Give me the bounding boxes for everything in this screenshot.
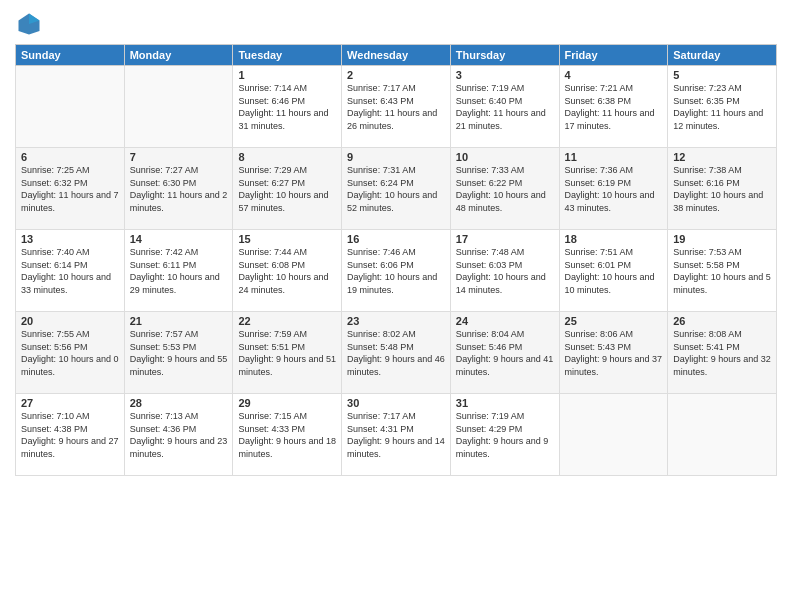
week-row-4: 20Sunrise: 7:55 AM Sunset: 5:56 PM Dayli… bbox=[16, 312, 777, 394]
day-cell: 9Sunrise: 7:31 AM Sunset: 6:24 PM Daylig… bbox=[342, 148, 451, 230]
day-number: 23 bbox=[347, 315, 445, 327]
day-cell bbox=[16, 66, 125, 148]
day-content: Sunrise: 7:13 AM Sunset: 4:36 PM Dayligh… bbox=[130, 410, 228, 460]
day-cell: 28Sunrise: 7:13 AM Sunset: 4:36 PM Dayli… bbox=[124, 394, 233, 476]
day-number: 10 bbox=[456, 151, 554, 163]
day-cell: 7Sunrise: 7:27 AM Sunset: 6:30 PM Daylig… bbox=[124, 148, 233, 230]
week-row-5: 27Sunrise: 7:10 AM Sunset: 4:38 PM Dayli… bbox=[16, 394, 777, 476]
day-content: Sunrise: 7:15 AM Sunset: 4:33 PM Dayligh… bbox=[238, 410, 336, 460]
logo bbox=[15, 10, 47, 38]
day-cell: 30Sunrise: 7:17 AM Sunset: 4:31 PM Dayli… bbox=[342, 394, 451, 476]
day-number: 4 bbox=[565, 69, 663, 81]
day-content: Sunrise: 7:57 AM Sunset: 5:53 PM Dayligh… bbox=[130, 328, 228, 378]
day-cell: 11Sunrise: 7:36 AM Sunset: 6:19 PM Dayli… bbox=[559, 148, 668, 230]
day-number: 30 bbox=[347, 397, 445, 409]
day-content: Sunrise: 7:10 AM Sunset: 4:38 PM Dayligh… bbox=[21, 410, 119, 460]
day-content: Sunrise: 7:55 AM Sunset: 5:56 PM Dayligh… bbox=[21, 328, 119, 378]
header-friday: Friday bbox=[559, 45, 668, 66]
day-number: 11 bbox=[565, 151, 663, 163]
day-number: 8 bbox=[238, 151, 336, 163]
day-cell: 13Sunrise: 7:40 AM Sunset: 6:14 PM Dayli… bbox=[16, 230, 125, 312]
day-number: 13 bbox=[21, 233, 119, 245]
day-number: 24 bbox=[456, 315, 554, 327]
day-content: Sunrise: 7:21 AM Sunset: 6:38 PM Dayligh… bbox=[565, 82, 663, 132]
day-cell: 29Sunrise: 7:15 AM Sunset: 4:33 PM Dayli… bbox=[233, 394, 342, 476]
day-number: 29 bbox=[238, 397, 336, 409]
day-content: Sunrise: 7:23 AM Sunset: 6:35 PM Dayligh… bbox=[673, 82, 771, 132]
day-cell: 26Sunrise: 8:08 AM Sunset: 5:41 PM Dayli… bbox=[668, 312, 777, 394]
day-content: Sunrise: 7:42 AM Sunset: 6:11 PM Dayligh… bbox=[130, 246, 228, 296]
header-saturday: Saturday bbox=[668, 45, 777, 66]
day-content: Sunrise: 7:27 AM Sunset: 6:30 PM Dayligh… bbox=[130, 164, 228, 214]
calendar-body: 1Sunrise: 7:14 AM Sunset: 6:46 PM Daylig… bbox=[16, 66, 777, 476]
day-content: Sunrise: 7:14 AM Sunset: 6:46 PM Dayligh… bbox=[238, 82, 336, 132]
day-number: 21 bbox=[130, 315, 228, 327]
day-number: 31 bbox=[456, 397, 554, 409]
day-content: Sunrise: 7:31 AM Sunset: 6:24 PM Dayligh… bbox=[347, 164, 445, 214]
day-content: Sunrise: 7:19 AM Sunset: 6:40 PM Dayligh… bbox=[456, 82, 554, 132]
day-content: Sunrise: 7:46 AM Sunset: 6:06 PM Dayligh… bbox=[347, 246, 445, 296]
day-cell: 24Sunrise: 8:04 AM Sunset: 5:46 PM Dayli… bbox=[450, 312, 559, 394]
day-cell: 21Sunrise: 7:57 AM Sunset: 5:53 PM Dayli… bbox=[124, 312, 233, 394]
day-content: Sunrise: 8:04 AM Sunset: 5:46 PM Dayligh… bbox=[456, 328, 554, 378]
day-content: Sunrise: 7:59 AM Sunset: 5:51 PM Dayligh… bbox=[238, 328, 336, 378]
day-content: Sunrise: 7:51 AM Sunset: 6:01 PM Dayligh… bbox=[565, 246, 663, 296]
day-number: 26 bbox=[673, 315, 771, 327]
day-number: 2 bbox=[347, 69, 445, 81]
day-number: 28 bbox=[130, 397, 228, 409]
day-number: 15 bbox=[238, 233, 336, 245]
day-number: 19 bbox=[673, 233, 771, 245]
day-number: 14 bbox=[130, 233, 228, 245]
day-content: Sunrise: 8:06 AM Sunset: 5:43 PM Dayligh… bbox=[565, 328, 663, 378]
day-cell: 14Sunrise: 7:42 AM Sunset: 6:11 PM Dayli… bbox=[124, 230, 233, 312]
day-number: 7 bbox=[130, 151, 228, 163]
header-row: SundayMondayTuesdayWednesdayThursdayFrid… bbox=[16, 45, 777, 66]
day-cell: 6Sunrise: 7:25 AM Sunset: 6:32 PM Daylig… bbox=[16, 148, 125, 230]
day-content: Sunrise: 7:38 AM Sunset: 6:16 PM Dayligh… bbox=[673, 164, 771, 214]
day-content: Sunrise: 7:29 AM Sunset: 6:27 PM Dayligh… bbox=[238, 164, 336, 214]
day-cell: 1Sunrise: 7:14 AM Sunset: 6:46 PM Daylig… bbox=[233, 66, 342, 148]
day-content: Sunrise: 7:17 AM Sunset: 4:31 PM Dayligh… bbox=[347, 410, 445, 460]
day-cell: 12Sunrise: 7:38 AM Sunset: 6:16 PM Dayli… bbox=[668, 148, 777, 230]
header-thursday: Thursday bbox=[450, 45, 559, 66]
day-cell: 15Sunrise: 7:44 AM Sunset: 6:08 PM Dayli… bbox=[233, 230, 342, 312]
calendar-header: SundayMondayTuesdayWednesdayThursdayFrid… bbox=[16, 45, 777, 66]
page: SundayMondayTuesdayWednesdayThursdayFrid… bbox=[0, 0, 792, 612]
day-number: 18 bbox=[565, 233, 663, 245]
day-content: Sunrise: 7:25 AM Sunset: 6:32 PM Dayligh… bbox=[21, 164, 119, 214]
day-cell: 10Sunrise: 7:33 AM Sunset: 6:22 PM Dayli… bbox=[450, 148, 559, 230]
day-number: 20 bbox=[21, 315, 119, 327]
day-content: Sunrise: 7:36 AM Sunset: 6:19 PM Dayligh… bbox=[565, 164, 663, 214]
calendar-table: SundayMondayTuesdayWednesdayThursdayFrid… bbox=[15, 44, 777, 476]
day-content: Sunrise: 8:08 AM Sunset: 5:41 PM Dayligh… bbox=[673, 328, 771, 378]
day-cell: 22Sunrise: 7:59 AM Sunset: 5:51 PM Dayli… bbox=[233, 312, 342, 394]
header bbox=[15, 10, 777, 38]
day-content: Sunrise: 7:48 AM Sunset: 6:03 PM Dayligh… bbox=[456, 246, 554, 296]
header-sunday: Sunday bbox=[16, 45, 125, 66]
day-number: 6 bbox=[21, 151, 119, 163]
day-cell: 31Sunrise: 7:19 AM Sunset: 4:29 PM Dayli… bbox=[450, 394, 559, 476]
day-cell: 17Sunrise: 7:48 AM Sunset: 6:03 PM Dayli… bbox=[450, 230, 559, 312]
day-cell: 8Sunrise: 7:29 AM Sunset: 6:27 PM Daylig… bbox=[233, 148, 342, 230]
week-row-2: 6Sunrise: 7:25 AM Sunset: 6:32 PM Daylig… bbox=[16, 148, 777, 230]
day-number: 12 bbox=[673, 151, 771, 163]
day-cell: 3Sunrise: 7:19 AM Sunset: 6:40 PM Daylig… bbox=[450, 66, 559, 148]
day-content: Sunrise: 8:02 AM Sunset: 5:48 PM Dayligh… bbox=[347, 328, 445, 378]
week-row-1: 1Sunrise: 7:14 AM Sunset: 6:46 PM Daylig… bbox=[16, 66, 777, 148]
day-content: Sunrise: 7:40 AM Sunset: 6:14 PM Dayligh… bbox=[21, 246, 119, 296]
day-content: Sunrise: 7:17 AM Sunset: 6:43 PM Dayligh… bbox=[347, 82, 445, 132]
day-content: Sunrise: 7:53 AM Sunset: 5:58 PM Dayligh… bbox=[673, 246, 771, 296]
day-number: 25 bbox=[565, 315, 663, 327]
day-cell: 18Sunrise: 7:51 AM Sunset: 6:01 PM Dayli… bbox=[559, 230, 668, 312]
header-monday: Monday bbox=[124, 45, 233, 66]
day-cell: 2Sunrise: 7:17 AM Sunset: 6:43 PM Daylig… bbox=[342, 66, 451, 148]
day-number: 22 bbox=[238, 315, 336, 327]
day-cell: 5Sunrise: 7:23 AM Sunset: 6:35 PM Daylig… bbox=[668, 66, 777, 148]
header-wednesday: Wednesday bbox=[342, 45, 451, 66]
day-cell: 23Sunrise: 8:02 AM Sunset: 5:48 PM Dayli… bbox=[342, 312, 451, 394]
day-number: 16 bbox=[347, 233, 445, 245]
day-cell: 25Sunrise: 8:06 AM Sunset: 5:43 PM Dayli… bbox=[559, 312, 668, 394]
week-row-3: 13Sunrise: 7:40 AM Sunset: 6:14 PM Dayli… bbox=[16, 230, 777, 312]
day-number: 9 bbox=[347, 151, 445, 163]
day-number: 1 bbox=[238, 69, 336, 81]
